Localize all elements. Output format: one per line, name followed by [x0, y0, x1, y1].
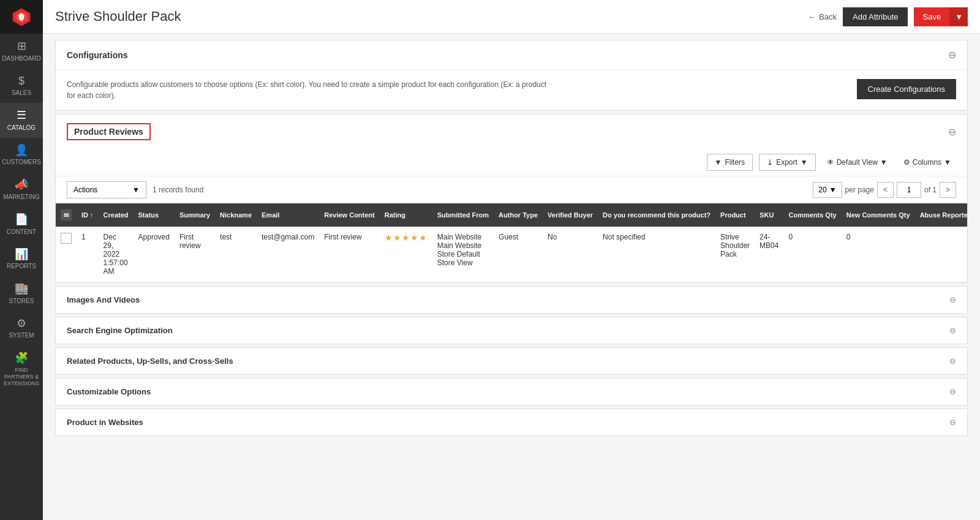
- product-websites-section: Product in Websites ⊖: [55, 409, 968, 436]
- select-all-checkbox[interactable]: ✉: [61, 209, 72, 220]
- reviews-toolbar: ▼ Filters ⤓ Export ▼ 👁 Default View ▼ ⚙ …: [56, 149, 967, 176]
- next-page-button[interactable]: >: [940, 182, 956, 198]
- page-of-label: of 1: [924, 186, 937, 194]
- images-collapse-icon: ⊖: [949, 295, 956, 304]
- sidebar-item-label: CONTENT: [7, 228, 36, 236]
- col-submitted-from: Submitted From: [432, 203, 494, 227]
- catalog-icon: ☰: [17, 109, 26, 122]
- images-videos-title: Images And Videos: [67, 295, 140, 304]
- websites-collapse-icon: ⊖: [949, 418, 956, 427]
- sidebar-item-dashboard[interactable]: ⊞ DASHBOARD: [0, 34, 43, 69]
- save-button[interactable]: Save: [914, 7, 949, 26]
- col-recommend: Do you recommend this product?: [598, 203, 715, 227]
- reviews-table-wrapper: ✉ ID ↑ Created Status Summary Nickname E…: [56, 203, 967, 282]
- product-websites-header[interactable]: Product in Websites ⊖: [56, 409, 967, 435]
- row-abuse-reported: [915, 227, 967, 282]
- create-configurations-button[interactable]: Create Configurations: [857, 79, 956, 99]
- customizable-options-title: Customizable Options: [67, 387, 151, 396]
- export-icon: ⤓: [767, 158, 773, 167]
- product-websites-title: Product in Websites: [67, 418, 143, 427]
- export-button[interactable]: ⤓ Export ▼: [759, 154, 816, 171]
- reports-icon: 📊: [15, 248, 28, 262]
- sidebar-item-sales[interactable]: $ SALES: [0, 69, 43, 104]
- filter-icon: ▼: [715, 158, 722, 167]
- col-verified-buyer: Verified Buyer: [543, 203, 598, 227]
- sidebar: ⊞ DASHBOARD $ SALES ☰ CATALOG 👤 CUSTOMER…: [0, 0, 43, 520]
- row-comments-qty: 0: [783, 227, 841, 282]
- row-recommend: Not specified: [598, 227, 715, 282]
- per-page-dropdown-icon: ▼: [829, 186, 837, 194]
- row-created: Dec 29, 2022 1:57:00 AM: [99, 227, 134, 282]
- star-rating: ★★★★★: [385, 233, 428, 243]
- row-email: test@gmail.com: [257, 227, 319, 282]
- col-summary: Summary: [175, 203, 215, 227]
- page-input[interactable]: [897, 182, 921, 198]
- system-icon: ⚙: [17, 317, 26, 331]
- sidebar-item-system[interactable]: ⚙ SYSTEM: [0, 311, 43, 346]
- seo-header[interactable]: Search Engine Optimization ⊖: [56, 317, 967, 344]
- seo-title: Search Engine Optimization: [67, 326, 173, 335]
- col-abuse-reported: Abuse Reported: [915, 203, 967, 227]
- sidebar-item-stores[interactable]: 🏬 STORES: [0, 276, 43, 311]
- header-actions: ← Back Add Attribute Save ▼: [808, 7, 968, 26]
- related-products-title: Related Products, Up-Sells, and Cross-Se…: [67, 356, 233, 366]
- sidebar-item-label: SALES: [12, 89, 31, 97]
- sidebar-item-label: DASHBOARD: [2, 55, 40, 62]
- sidebar-item-catalog[interactable]: ☰ CATALOG: [0, 103, 43, 138]
- product-reviews-title-box: Product Reviews: [67, 123, 151, 140]
- per-page-select[interactable]: 20 ▼: [813, 182, 842, 198]
- dashboard-icon: ⊞: [17, 40, 26, 53]
- sidebar-item-label: STORES: [9, 298, 34, 305]
- related-products-section: Related Products, Up-Sells, and Cross-Se…: [55, 347, 968, 375]
- customizable-options-header[interactable]: Customizable Options ⊖: [56, 379, 967, 405]
- sidebar-item-customers[interactable]: 👤 CUSTOMERS: [0, 138, 43, 173]
- product-reviews-panel: Product Reviews ⊖ ▼ Filters ⤓ Export ▼ 👁…: [55, 114, 968, 283]
- content-icon: 📄: [15, 213, 28, 227]
- sidebar-item-marketing[interactable]: 📣 MARKETING: [0, 172, 43, 207]
- sales-icon: $: [18, 75, 24, 88]
- actions-select[interactable]: Actions ▼: [67, 181, 146, 198]
- collapse-icon: ⊖: [948, 49, 956, 61]
- content-area: Configurations ⊖ Configurable products a…: [43, 34, 980, 520]
- col-checkbox: ✉: [56, 203, 77, 227]
- pagination: 20 ▼ per page < of 1 >: [813, 182, 956, 198]
- save-dropdown-button[interactable]: ▼: [949, 7, 968, 26]
- row-rating: ★★★★★: [380, 227, 432, 282]
- col-created: Created: [99, 203, 134, 227]
- prev-page-button[interactable]: <: [877, 182, 894, 198]
- col-comments-qty: Comments Qty: [783, 203, 841, 227]
- sidebar-item-label: FIND PARTNERS & EXTENSIONS: [2, 367, 40, 386]
- col-status: Status: [134, 203, 175, 227]
- col-id: ID ↑: [77, 203, 99, 227]
- row-review-content: First review: [319, 227, 380, 282]
- configurations-panel-header[interactable]: Configurations ⊖: [56, 40, 967, 70]
- sidebar-item-content[interactable]: 📄 CONTENT: [0, 207, 43, 242]
- col-new-comments-qty: New Comments Qty: [842, 203, 915, 227]
- reviews-collapse-icon: ⊖: [948, 126, 956, 138]
- view-dropdown-icon: ▼: [880, 158, 888, 167]
- product-reviews-header: Product Reviews ⊖: [56, 115, 967, 149]
- row-submitted-from: Main Website Main Website Store Default …: [432, 227, 494, 282]
- row-checkbox[interactable]: [61, 233, 72, 244]
- col-author-type: Author Type: [494, 203, 543, 227]
- col-rating: Rating: [380, 203, 432, 227]
- col-email: Email: [257, 203, 319, 227]
- back-arrow-icon: ←: [808, 12, 816, 21]
- related-collapse-icon: ⊖: [949, 356, 956, 366]
- sidebar-item-partners[interactable]: 🧩 FIND PARTNERS & EXTENSIONS: [0, 345, 43, 393]
- default-view-button[interactable]: 👁 Default View ▼: [822, 154, 892, 170]
- filters-button[interactable]: ▼ Filters: [707, 154, 753, 171]
- add-attribute-button[interactable]: Add Attribute: [843, 7, 908, 26]
- row-product: Strive Shoulder Pack: [715, 227, 755, 282]
- customizable-collapse-icon: ⊖: [949, 387, 956, 396]
- seo-collapse-icon: ⊖: [949, 326, 956, 335]
- columns-button[interactable]: ⚙ Columns ▼: [899, 154, 956, 170]
- back-button[interactable]: ← Back: [808, 12, 837, 21]
- sidebar-logo: [0, 0, 43, 34]
- images-videos-header[interactable]: Images And Videos ⊖: [56, 287, 967, 313]
- product-reviews-title: Product Reviews: [74, 127, 143, 137]
- actions-left: Actions ▼ 1 records found: [67, 181, 203, 198]
- partners-icon: 🧩: [15, 352, 28, 365]
- sidebar-item-reports[interactable]: 📊 REPORTS: [0, 242, 43, 277]
- related-products-header[interactable]: Related Products, Up-Sells, and Cross-Se…: [56, 348, 967, 374]
